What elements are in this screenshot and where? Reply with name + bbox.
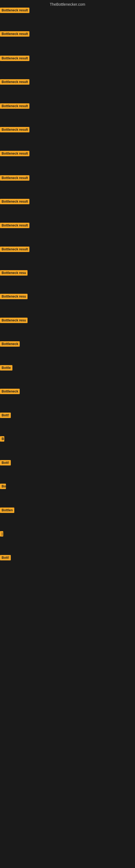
bottleneck-badge-24[interactable]: Bott! [0,555,11,560]
bottleneck-item-12: Bottleneck resu [0,270,28,277]
bottleneck-badge-23[interactable]: | [0,531,3,536]
bottleneck-badge-14[interactable]: Bottleneck resu [0,318,28,323]
bottleneck-item-9: Bottleneck result [0,199,30,205]
bottleneck-item-18: Bott! [0,412,11,419]
bottleneck-item-24: Bott! [0,555,11,561]
bottleneck-item-15: Bottleneck [0,341,20,348]
bottleneck-badge-8[interactable]: Bottleneck result [0,175,30,181]
bottleneck-item-6: Bottleneck result [0,127,30,133]
bottleneck-item-16: Bottle [0,365,12,372]
bottleneck-badge-13[interactable]: Bottleneck resu [0,294,28,299]
bottleneck-item-17: Bottleneck [0,389,20,395]
bottleneck-item-3: Bottleneck result [0,56,30,62]
bottleneck-item-1: Bottleneck result [0,8,30,14]
bottleneck-badge-3[interactable]: Bottleneck result [0,56,30,61]
bottleneck-item-23: | [0,531,3,538]
bottleneck-badge-17[interactable]: Bottleneck [0,389,20,394]
bottleneck-badge-10[interactable]: Bottleneck result [0,223,30,228]
bottleneck-badge-2[interactable]: Bottleneck result [0,31,30,37]
bottleneck-badge-11[interactable]: Bottleneck result [0,247,30,252]
bottleneck-badge-9[interactable]: Bottleneck result [0,199,30,204]
bottleneck-badge-21[interactable]: Bo [0,484,6,489]
bottleneck-item-2: Bottleneck result [0,31,30,38]
bottleneck-item-7: Bottleneck result [0,151,30,157]
site-title: TheBottlenecker.com [0,0,135,8]
bottleneck-badge-4[interactable]: Bottleneck result [0,79,30,85]
bottleneck-item-11: Bottleneck result [0,247,30,253]
bottleneck-badge-5[interactable]: Bottleneck result [0,103,30,109]
bottleneck-badge-20[interactable]: Bott! [0,460,11,465]
bottleneck-item-13: Bottleneck resu [0,294,28,300]
bottleneck-item-4: Bottleneck result [0,79,30,86]
bottleneck-badge-12[interactable]: Bottleneck resu [0,270,28,276]
bottleneck-badge-15[interactable]: Bottleneck [0,341,20,347]
bottleneck-badge-1[interactable]: Bottleneck result [0,8,30,13]
bottleneck-item-20: Bott! [0,460,11,467]
bottleneck-badge-22[interactable]: Bottlen [0,507,14,513]
bottleneck-item-14: Bottleneck resu [0,318,28,324]
bottleneck-badge-7[interactable]: Bottleneck result [0,151,30,156]
bottleneck-item-5: Bottleneck result [0,103,30,110]
bottleneck-item-19: B [0,436,4,443]
bottleneck-item-22: Bottlen [0,507,14,514]
bottleneck-badge-19[interactable]: B [0,436,4,442]
bottleneck-badge-6[interactable]: Bottleneck result [0,127,30,132]
bottleneck-badge-18[interactable]: Bott! [0,412,11,418]
bottleneck-item-8: Bottleneck result [0,175,30,182]
bottleneck-badge-16[interactable]: Bottle [0,365,12,371]
bottleneck-item-10: Bottleneck result [0,223,30,229]
bottleneck-item-21: Bo [0,484,6,490]
